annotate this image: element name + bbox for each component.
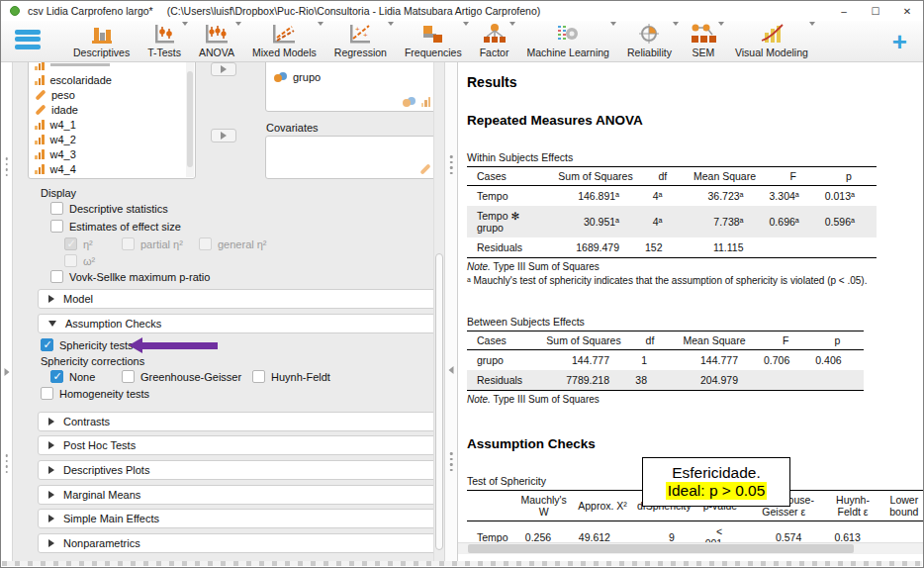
ordinal-variable-icon	[35, 149, 45, 159]
checkbox-vovk-sellke[interactable]: Vovk-Sellke maximum p-ratio	[50, 270, 210, 283]
ribbon-item-sem[interactable]: SEM	[683, 21, 724, 61]
table-row: Residuals 1689.479 152 11.115	[467, 237, 877, 258]
variable-item[interactable]: w4_3	[29, 146, 195, 161]
hamburger-menu-icon[interactable]	[15, 30, 41, 49]
ribbon-item-regression[interactable]: ++ Regression	[327, 21, 394, 61]
scrollbar-thumb[interactable]	[468, 544, 854, 553]
ribbon-item-reliability[interactable]: Reliability	[620, 21, 679, 61]
checkbox-huynh-feldt[interactable]: Huynh-Feldt	[252, 370, 330, 383]
variable-item[interactable]: idade	[29, 102, 195, 117]
column-header: Sum of Squares	[536, 331, 631, 350]
checkbox-icon	[50, 220, 63, 233]
section-descriptives-plots[interactable]: Descriptives Plots	[38, 460, 436, 480]
ribbon-item-factor[interactable]: Factor	[473, 21, 516, 61]
collapse-options-panel-icon[interactable]	[449, 366, 454, 374]
ribbon-item-anova[interactable]: ANOVA	[192, 21, 241, 61]
close-button[interactable]: ✕	[891, 1, 923, 21]
ordinal-variable-icon	[35, 164, 45, 174]
variable-item[interactable]: peso	[29, 87, 195, 102]
checkbox-greenhouse-geisser[interactable]: Greenhouse-Geisser	[122, 370, 241, 383]
ribbon-item-mixed-models[interactable]: Mixed Models	[245, 21, 323, 61]
options-panel-scrollbar[interactable]	[433, 62, 444, 561]
variable-item[interactable]: w4_5	[29, 176, 195, 179]
variable-item-partial[interactable]	[29, 62, 195, 72]
covariates-box[interactable]	[265, 136, 436, 179]
ribbon-item-t-tests[interactable]: T-Tests	[140, 21, 188, 61]
checkbox-general-eta-squared[interactable]: general η²	[199, 237, 267, 250]
panel-drag-handle[interactable]	[450, 452, 453, 471]
ribbon-item-machine-learning[interactable]: Machine Learning	[519, 21, 615, 61]
panel-drag-handle[interactable]	[5, 454, 8, 473]
assumption-checks-title[interactable]: Assumption Checks	[467, 436, 923, 451]
checkbox-label: Huynh-Feldt	[271, 371, 330, 383]
results-horizontal-scrollbar[interactable]	[458, 542, 923, 554]
covariates-label: Covariates	[266, 122, 319, 134]
title-bar: csv Lidia Carprofeno largo* (C:\Users\lu…	[1, 1, 923, 21]
clipped-data-row-sliver	[2, 561, 922, 566]
chevron-down-icon	[463, 22, 469, 26]
checkbox-label: None	[69, 371, 95, 383]
variable-item[interactable]: escolaridade	[29, 72, 195, 87]
ribbon-item-descriptives[interactable]: Descriptives	[66, 21, 137, 61]
nominal-type-hint-icon	[403, 97, 416, 107]
ribbon-item-frequencies[interactable]: Frequencies	[398, 21, 469, 61]
checkbox-eta-squared[interactable]: η²	[64, 237, 93, 250]
section-model[interactable]: Model	[38, 289, 436, 309]
variable-item[interactable]: w4_1	[29, 117, 195, 132]
section-marginal-means[interactable]: Marginal Means	[38, 485, 436, 505]
add-module-button[interactable]: +	[892, 32, 907, 51]
checkbox-effect-size[interactable]: Estimates of effect size	[50, 220, 181, 233]
variable-label: w4_3	[50, 148, 76, 160]
results-panel: Results Repeated Measures ANOVA Within S…	[458, 62, 923, 561]
chevron-down-icon	[318, 22, 323, 26]
section-nonparametrics[interactable]: Nonparametrics	[38, 533, 436, 553]
sphericity-corrections-label: Sphericity corrections	[41, 355, 144, 367]
chevron-down-icon	[610, 22, 616, 26]
checkbox-sphericity-tests[interactable]: Sphericity tests	[41, 338, 134, 351]
assign-covariate-button[interactable]	[211, 129, 236, 142]
assign-factor-button[interactable]	[211, 62, 236, 76]
expand-data-panel-icon[interactable]	[4, 368, 9, 376]
section-contrasts[interactable]: Contrasts	[38, 412, 436, 431]
ribbon-label: ANOVA	[199, 47, 234, 58]
table-row: Residuals 7789.218 38 204.979	[467, 370, 864, 391]
checkbox-homogeneity-tests[interactable]: Homogeneity tests	[41, 387, 149, 400]
checkbox-partial-eta-squared[interactable]: partial η²	[122, 237, 183, 250]
chevron-down-icon	[388, 22, 394, 26]
panel-drag-handle[interactable]	[450, 155, 453, 174]
variable-item[interactable]: w4_4	[29, 161, 195, 176]
checkbox-omega-squared[interactable]: ω²	[64, 254, 95, 267]
checkbox-descriptive-statistics[interactable]: Descriptive statistics	[50, 202, 168, 215]
column-header: F	[766, 167, 821, 186]
checkbox-icon	[50, 202, 63, 215]
section-label: Post Hoc Tests	[63, 439, 136, 451]
ribbon-item-visual-modeling[interactable]: Visual Modeling	[728, 21, 815, 61]
assigned-factor-item[interactable]: grupo	[268, 69, 321, 84]
checkbox-label: Descriptive statistics	[69, 203, 168, 215]
ribbon-label: Machine Learning	[526, 47, 608, 58]
checkbox-icon	[122, 237, 135, 250]
section-assumption-checks[interactable]: Assumption Checks	[38, 314, 436, 333]
maximize-button[interactable]: ☐	[860, 1, 891, 21]
variable-item[interactable]: w4_2	[29, 132, 195, 146]
checkbox-correction-none[interactable]: None	[50, 370, 95, 383]
available-variables-list[interactable]: escolaridade peso idade w4_1	[28, 62, 196, 179]
column-header: df	[641, 167, 685, 186]
ribbon-label: Reliability	[627, 47, 672, 58]
variables-list-scrollbar[interactable]	[186, 62, 194, 177]
table-note: Note. Type III Sum of Squares	[467, 394, 923, 405]
anova-section-title[interactable]: Repeated Measures ANOVA	[467, 113, 923, 128]
checkbox-label: Sphericity tests	[59, 339, 134, 351]
panel-drag-handle[interactable]	[5, 157, 8, 176]
results-title: Results	[467, 74, 923, 90]
mixed-models-plot-icon	[270, 23, 298, 45]
column-header: df	[631, 331, 669, 350]
column-header: Mauchly's W	[514, 491, 573, 521]
between-subjects-factors-box[interactable]: grupo	[265, 62, 436, 112]
minimize-button[interactable]: –	[828, 1, 860, 21]
section-label: Model	[63, 293, 93, 305]
section-simple-main-effects[interactable]: Simple Main Effects	[38, 509, 436, 528]
panel-splitter[interactable]	[444, 62, 458, 561]
column-header: Mean Square	[685, 167, 766, 186]
section-post-hoc-tests[interactable]: Post Hoc Tests	[38, 435, 436, 455]
